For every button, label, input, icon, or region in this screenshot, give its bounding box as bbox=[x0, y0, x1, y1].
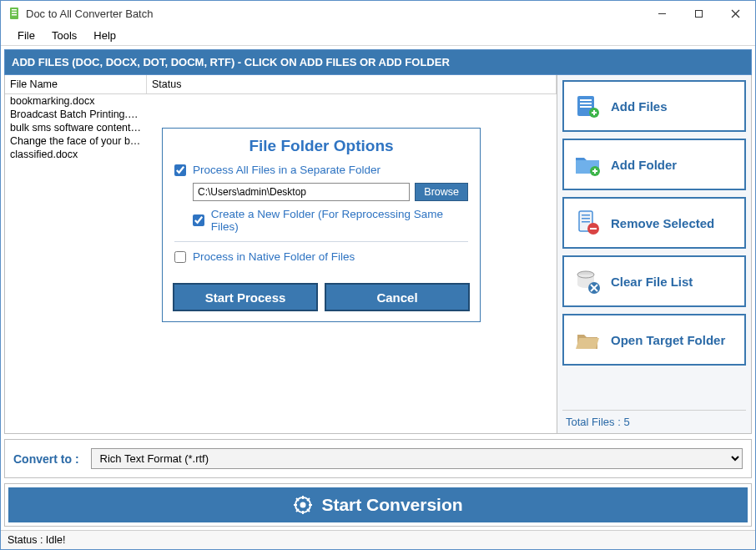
window-buttons bbox=[643, 2, 753, 25]
cancel-button[interactable]: Cancel bbox=[325, 283, 470, 311]
svg-rect-10 bbox=[580, 103, 592, 104]
svg-point-30 bbox=[300, 502, 306, 508]
window-title: Doc to All Converter Batch bbox=[26, 8, 643, 20]
svg-rect-23 bbox=[590, 228, 597, 230]
gear-icon bbox=[293, 495, 313, 515]
table-row[interactable]: Broadcast Batch Printing.d... bbox=[5, 108, 557, 121]
add-files-label: Add Files bbox=[611, 99, 668, 114]
total-files: Total Files : 5 bbox=[562, 410, 746, 430]
process-all-label: Process All Files in a Separate Folder bbox=[193, 164, 381, 176]
create-new-folder-row[interactable]: Create a New Folder (For Reprocessing Sa… bbox=[193, 204, 468, 236]
add-folder-icon bbox=[572, 149, 602, 179]
add-files-button[interactable]: Add Files bbox=[562, 80, 746, 132]
app-icon bbox=[8, 7, 21, 20]
svg-rect-2 bbox=[12, 12, 17, 13]
file-table-header: File Name Status bbox=[5, 75, 557, 94]
menubar: File Tools Help bbox=[1, 26, 755, 46]
remove-selected-button[interactable]: Remove Selected bbox=[562, 197, 746, 249]
menu-file[interactable]: File bbox=[9, 27, 43, 44]
process-native-checkbox[interactable] bbox=[174, 251, 186, 263]
convert-row: Convert to : Rich Text Format (*.rtf) bbox=[4, 439, 752, 478]
create-new-folder-checkbox[interactable] bbox=[193, 214, 204, 226]
table-row[interactable]: bookmarking.docx bbox=[5, 94, 557, 108]
add-folder-button[interactable]: Add Folder bbox=[562, 139, 746, 190]
remove-selected-icon bbox=[572, 208, 602, 238]
svg-rect-9 bbox=[580, 99, 592, 101]
start-conversion-button[interactable]: Start Conversion bbox=[8, 487, 748, 522]
folder-path-input[interactable] bbox=[193, 183, 410, 201]
column-status[interactable]: Status bbox=[147, 75, 557, 93]
svg-rect-19 bbox=[582, 214, 590, 216]
open-target-folder-button[interactable]: Open Target Folder bbox=[562, 314, 746, 366]
menu-help[interactable]: Help bbox=[85, 27, 124, 44]
open-target-folder-label: Open Target Folder bbox=[611, 333, 725, 347]
svg-rect-21 bbox=[582, 221, 590, 223]
statusbar: Status : Idle! bbox=[1, 530, 755, 549]
minimize-button[interactable] bbox=[643, 2, 680, 25]
start-conversion-label: Start Conversion bbox=[321, 495, 462, 515]
column-filename[interactable]: File Name bbox=[5, 75, 147, 93]
svg-rect-14 bbox=[593, 110, 595, 115]
convert-to-label: Convert to : bbox=[13, 452, 79, 466]
dialog-title: File Folder Options bbox=[163, 129, 480, 160]
browse-button[interactable]: Browse bbox=[415, 183, 468, 201]
titlebar: Doc to All Converter Batch bbox=[1, 1, 755, 26]
add-folder-label: Add Folder bbox=[611, 158, 677, 172]
banner: ADD FILES (DOC, DOCX, DOT, DOCM, RTF) - … bbox=[4, 49, 752, 75]
menu-tools[interactable]: Tools bbox=[43, 27, 85, 44]
start-process-button[interactable]: Start Process bbox=[173, 283, 318, 311]
close-button[interactable] bbox=[717, 2, 753, 25]
process-all-checkbox-row[interactable]: Process All Files in a Separate Folder bbox=[174, 160, 468, 179]
convert-to-select[interactable]: Rich Text Format (*.rtf) bbox=[91, 448, 743, 469]
clear-file-list-icon bbox=[572, 266, 602, 296]
svg-rect-17 bbox=[594, 169, 596, 174]
process-all-checkbox[interactable] bbox=[174, 164, 186, 176]
svg-rect-5 bbox=[695, 10, 702, 17]
svg-rect-20 bbox=[582, 218, 590, 219]
open-target-folder-icon bbox=[572, 325, 602, 355]
process-native-row[interactable]: Process in Native Folder of Files bbox=[174, 247, 468, 266]
file-folder-options-dialog: File Folder Options Process All Files in… bbox=[162, 128, 481, 322]
add-files-icon bbox=[572, 91, 602, 121]
file-table: File Name Status bookmarking.docx Broadc… bbox=[5, 75, 557, 433]
clear-file-list-button[interactable]: Clear File List bbox=[562, 255, 746, 307]
create-new-folder-label: Create a New Folder (For Reprocessing Sa… bbox=[211, 208, 468, 233]
side-panel: Add Files Add Folder Remove Selected Cle… bbox=[557, 75, 751, 433]
remove-selected-label: Remove Selected bbox=[611, 216, 714, 230]
process-native-label: Process in Native Folder of Files bbox=[193, 250, 355, 263]
svg-rect-11 bbox=[580, 106, 592, 108]
clear-file-list-label: Clear File List bbox=[611, 275, 693, 289]
svg-rect-3 bbox=[12, 14, 17, 16]
maximize-button[interactable] bbox=[680, 2, 717, 25]
svg-rect-1 bbox=[12, 9, 17, 11]
